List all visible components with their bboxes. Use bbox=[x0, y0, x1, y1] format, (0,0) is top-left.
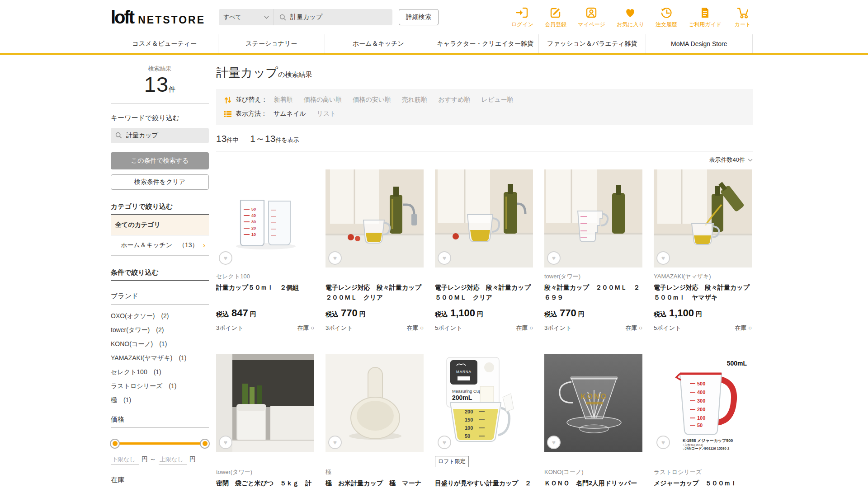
price-number: 1,100 bbox=[669, 307, 694, 319]
login-label: ログイン bbox=[511, 21, 533, 28]
sort-option-price-high[interactable]: 価格の高い順 bbox=[304, 96, 342, 104]
sort-label: 並び替え： bbox=[236, 96, 268, 104]
product-image-10: 500mL 500 400 300 bbox=[654, 354, 752, 452]
kitchen-cup-illustration bbox=[326, 169, 424, 267]
product-card-3[interactable]: ♥ 電子レンジ対応 段々計量カップ ５００ＭＬ クリア 税込1,100円 5ポイ… bbox=[435, 169, 533, 332]
list-view-icon bbox=[224, 111, 231, 117]
slider-handle-max[interactable] bbox=[200, 439, 210, 449]
wishlist-heart-button[interactable]: ♥ bbox=[219, 251, 232, 265]
result-count-unit: 件 bbox=[169, 85, 175, 93]
product-brand: セレクト100 bbox=[216, 272, 314, 281]
per-page-select[interactable]: 表示件数40件 bbox=[216, 156, 753, 164]
search-input-wrap bbox=[274, 9, 392, 25]
price-min-input[interactable] bbox=[111, 455, 139, 465]
filter-sidebar: 検索結果 13件 キーワードで絞り込む この条件で検索する 検索条件をクリア カ… bbox=[111, 62, 209, 488]
nav-item-stationery[interactable]: ステーショナリー bbox=[218, 34, 325, 53]
guide-link[interactable]: ご利用ガイド bbox=[689, 6, 722, 28]
product-price: 税込770円 bbox=[544, 307, 642, 319]
mypage-link[interactable]: マイページ bbox=[578, 6, 605, 28]
wishlist-heart-button[interactable]: ♥ bbox=[328, 436, 342, 449]
brand-filter-item-yamazaki[interactable]: YAMAZAKI(ヤマザキ) (1) bbox=[111, 348, 209, 362]
cart-label: カート bbox=[735, 21, 751, 28]
wishlist-heart-button[interactable]: ♥ bbox=[656, 251, 670, 265]
category-all-item[interactable]: 全てのカテゴリ bbox=[111, 215, 209, 235]
product-card-4[interactable]: ♥ tower(タワー) 段々計量カップ ２００ＭＬ ２６９９ 税込770円 3… bbox=[544, 169, 642, 332]
search-category-select[interactable]: すべて bbox=[219, 9, 274, 25]
nav-item-cosmetics[interactable]: コスメ＆ビューティー bbox=[111, 34, 218, 53]
stepped-cup-illustration bbox=[544, 169, 642, 267]
product-title: ＫＯＮＯ 名門2人用ドリッパー bbox=[544, 479, 642, 488]
register-link[interactable]: 会員登録 bbox=[545, 6, 566, 28]
product-card-1[interactable]: 50 40 30 20 10 ♥ セレクト100 計量カップ５０ｍｌ ２個組 税… bbox=[216, 169, 314, 332]
price-max-input[interactable] bbox=[159, 455, 187, 465]
sort-option-review[interactable]: レビュー順 bbox=[481, 96, 514, 104]
loft-limited-badge: ロフト限定 bbox=[435, 456, 469, 467]
nav-item-character-goods[interactable]: キャラクター・クリエイター雑貨 bbox=[432, 34, 539, 53]
wishlist-heart-button[interactable]: ♥ bbox=[547, 436, 561, 449]
chevron-down-icon bbox=[264, 16, 269, 19]
order-history-link[interactable]: 注文履歴 bbox=[656, 6, 677, 28]
favorites-link[interactable]: お気に入り bbox=[617, 6, 644, 28]
wishlist-heart-button[interactable]: ♥ bbox=[438, 251, 451, 265]
product-image-2: ♥ bbox=[326, 169, 424, 267]
product-brand bbox=[435, 272, 533, 281]
product-card-10[interactable]: 500mL 500 400 300 bbox=[654, 354, 752, 488]
main-area: 検索結果 13件 キーワードで絞り込む この条件で検索する 検索条件をクリア カ… bbox=[0, 55, 868, 488]
product-grid: 50 40 30 20 10 ♥ セレクト100 計量カップ５０ｍｌ ２個組 税… bbox=[216, 169, 753, 488]
nav-item-home-kitchen[interactable]: ホーム＆キッチン bbox=[325, 34, 432, 53]
brand-filter-list: OXO(オクソー) (2) tower(タワー) (2) KONO(コーノ) (… bbox=[111, 306, 209, 404]
product-card-6[interactable]: ♥ tower(タワー) 密閉 袋ごと米びつ ５ｋｇ 計量カップ付 ホワイト t… bbox=[216, 354, 314, 488]
nav-item-moma[interactable]: MoMA Design Store bbox=[646, 34, 753, 53]
brand-filter-item-tower[interactable]: tower(タワー) (2) bbox=[111, 320, 209, 334]
clear-filter-button[interactable]: 検索条件をクリア bbox=[111, 174, 209, 190]
brand-filter-item-kono[interactable]: KONO(コーノ) (1) bbox=[111, 334, 209, 348]
product-card-5[interactable]: ♥ YAMAZAKI(ヤマザキ) 電子レンジ対応 段々計量カップ ５００ｍｌ ヤ… bbox=[654, 169, 752, 332]
wishlist-heart-button[interactable]: ♥ bbox=[438, 436, 451, 449]
product-price: 税込1,100円 bbox=[435, 307, 533, 319]
keyword-filter-input[interactable] bbox=[126, 132, 204, 139]
view-thumbnail-option[interactable]: サムネイル bbox=[274, 110, 306, 118]
yen-label: 円 bbox=[696, 310, 702, 318]
product-price: 税込847円 bbox=[216, 307, 314, 319]
result-count-block: 検索結果 13件 bbox=[111, 62, 209, 96]
category-home-kitchen-item[interactable]: ホーム＆キッチン （13） › bbox=[111, 235, 209, 256]
view-list-option[interactable]: リスト bbox=[317, 110, 336, 118]
wishlist-heart-button[interactable]: ♥ bbox=[656, 436, 670, 449]
brand-filter-item-kiwami[interactable]: 極 (1) bbox=[111, 390, 209, 404]
wishlist-heart-button[interactable]: ♥ bbox=[219, 436, 232, 449]
brand-filter-item-select100[interactable]: セレクト100 (1) bbox=[111, 362, 209, 376]
search-icon bbox=[279, 14, 286, 21]
brand-filter-item-lustroware[interactable]: ラストロシリーズ (1) bbox=[111, 376, 209, 390]
sort-option-bestseller[interactable]: 売れ筋順 bbox=[402, 96, 427, 104]
nav-item-fashion-variety[interactable]: ファッション＆バラエティ雑貨 bbox=[538, 34, 646, 53]
cart-link[interactable]: カート bbox=[733, 6, 753, 28]
brand-filter-item-oxo[interactable]: OXO(オクソー) (2) bbox=[111, 306, 209, 320]
product-card-9[interactable]: KONO ♥ KONO(コーノ) ＫＯＮＯ 名門2人用ドリッパー bbox=[544, 354, 642, 488]
sort-option-newest[interactable]: 新着順 bbox=[274, 96, 293, 104]
sort-option-price-low[interactable]: 価格の安い順 bbox=[353, 96, 391, 104]
product-brand: ラストロシリーズ bbox=[654, 468, 752, 477]
product-card-7[interactable]: ♥ 極 極 お米計量カップ 極 マーナ bbox=[326, 354, 424, 488]
stock-label: 在庫 ○ bbox=[516, 324, 533, 332]
category-nav: コスメ＆ビューティー ステーショナリー ホーム＆キッチン キャラクター・クリエイ… bbox=[111, 34, 753, 53]
svg-text:20: 20 bbox=[251, 226, 256, 230]
wishlist-heart-button[interactable]: ♥ bbox=[328, 251, 342, 265]
svg-text:MARNA: MARNA bbox=[456, 370, 472, 374]
login-link[interactable]: ログイン bbox=[511, 6, 533, 28]
detail-search-button[interactable]: 詳細検索 bbox=[399, 9, 439, 25]
product-card-2[interactable]: ♥ 電子レンジ対応 段々計量カップ ２００ＭＬ クリア 税込770円 3ポイント… bbox=[326, 169, 424, 332]
product-brand: tower(タワー) bbox=[544, 272, 642, 281]
sort-option-recommended[interactable]: おすすめ順 bbox=[438, 96, 470, 104]
category-item-label: ホーム＆キッチン （13） bbox=[121, 241, 198, 249]
sort-arrows-icon bbox=[224, 96, 231, 104]
results-toolbar: 並び替え： 新着順 価格の高い順 価格の安い順 売れ筋順 おすすめ順 レビュー順… bbox=[216, 89, 753, 125]
product-card-8[interactable]: MARNA Measuring Cup 200mL 200 150 100 50 bbox=[435, 354, 533, 488]
loft-logo[interactable]: loft NETSTORE bbox=[111, 7, 205, 28]
search-input[interactable] bbox=[290, 14, 387, 21]
count-range: 1～13 bbox=[250, 133, 275, 144]
apply-filter-button[interactable]: この条件で検索する bbox=[111, 152, 209, 169]
price-max-unit: 円 bbox=[189, 455, 196, 464]
wishlist-heart-button[interactable]: ♥ bbox=[547, 251, 561, 265]
mypage-label: マイページ bbox=[578, 21, 605, 28]
slider-handle-min[interactable] bbox=[110, 439, 120, 449]
